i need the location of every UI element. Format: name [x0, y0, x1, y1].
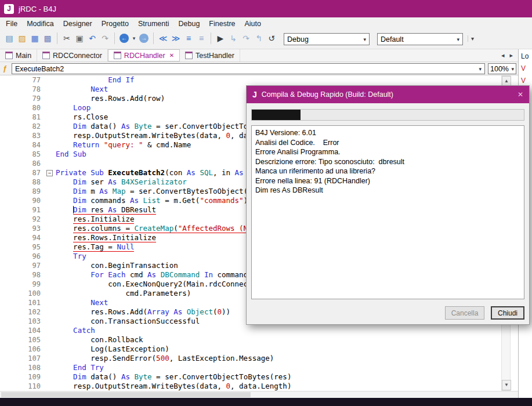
fold-minus-icon[interactable]: −: [46, 170, 53, 176]
code-line[interactable]: 105 con.Rollback: [0, 335, 518, 345]
status-strip: [0, 398, 532, 406]
open-icon[interactable]: ▨: [16, 32, 28, 44]
code-token: [200, 270, 204, 279]
chevron-down-icon[interactable]: ▾: [509, 66, 514, 72]
close-icon[interactable]: ✕: [517, 90, 523, 99]
code-line[interactable]: 108 End Try: [0, 363, 518, 372]
code-token: For Each: [91, 270, 130, 279]
nav-history-icon[interactable]: ▾: [131, 32, 137, 44]
line-number: 107: [0, 354, 45, 363]
output-line: Errore nella linea: 91 (RDCHandler): [255, 176, 520, 186]
redo-icon[interactable]: ↷: [99, 32, 111, 44]
toolbar-overflow-icon[interactable]: ▾: [468, 35, 474, 42]
code-token: resp.SendError(: [91, 354, 156, 362]
fold-spacer: [45, 150, 56, 159]
code-line[interactable]: 104 Catch: [0, 326, 518, 335]
code-line[interactable]: 109 Dim data() As Byte = ser.ConvertObje…: [0, 372, 518, 382]
fold-spacer: [45, 131, 56, 140]
nav-forward-icon[interactable]: →: [139, 34, 149, 43]
menu-item-strumenti[interactable]: Strumenti: [133, 18, 174, 30]
chevron-down-icon[interactable]: ▾: [361, 37, 366, 42]
build-type-combobox[interactable]: Debug ▾: [284, 33, 370, 45]
tab-rdchandler[interactable]: RDCHandler✕: [108, 49, 180, 61]
fold-spacer: [45, 261, 56, 270]
code-token: B4XSerializator: [121, 177, 187, 186]
window-titlebar[interactable]: J jRDC - B4J: [0, 0, 532, 17]
menu-item-file[interactable]: File: [1, 18, 22, 30]
menu-item-finestre[interactable]: Finestre: [204, 18, 240, 30]
undo-icon[interactable]: ↶: [86, 32, 98, 44]
run-icon[interactable]: ▶: [215, 32, 226, 44]
code-line[interactable]: 106 Log(LastException): [0, 345, 518, 354]
tab-scroll-right-icon[interactable]: ▸: [509, 52, 513, 59]
menu-item-designer[interactable]: Designer: [59, 18, 97, 30]
line-number: 88: [0, 177, 45, 187]
uncomment-icon[interactable]: ≡: [196, 32, 207, 44]
tab-rdcconnector[interactable]: RDCConnector: [37, 49, 108, 61]
code-token: , in: [213, 168, 235, 177]
code-token: cmd.Parameters): [125, 289, 191, 298]
code-text: End Try: [56, 363, 104, 372]
new-icon[interactable]: ▤: [3, 32, 15, 44]
code-text: End Sub: [56, 150, 86, 159]
save-icon[interactable]: ▦: [29, 32, 41, 44]
code-text: End If: [56, 75, 134, 85]
nav-back-icon[interactable]: ←: [120, 34, 129, 43]
fold-spacer: [45, 382, 56, 391]
line-number: 99: [0, 280, 45, 289]
output-line: Errore Analisi Programma.: [255, 147, 520, 157]
cancella-button[interactable]: Cancella: [445, 306, 484, 320]
tab-main[interactable]: Main: [0, 49, 37, 61]
code-token: cmd: [130, 270, 147, 279]
code-token: commands: [91, 196, 130, 205]
step-over-icon[interactable]: ↷: [240, 32, 252, 44]
menu-item-aiuto[interactable]: Aiuto: [240, 18, 266, 30]
chevron-down-icon[interactable]: ▾: [476, 66, 482, 72]
code-text: Next: [56, 85, 108, 94]
line-number: 84: [0, 140, 45, 150]
code-token: Dim: [73, 372, 91, 381]
step-out-icon[interactable]: ↰: [253, 32, 265, 44]
fold-spacer: [45, 242, 56, 252]
code-text: Log(LastException): [56, 345, 169, 354]
horizontal-scrollbar[interactable]: [0, 391, 518, 398]
code-text: res.Tag = Null: [56, 242, 134, 252]
chevron-down-icon[interactable]: ▾: [454, 37, 459, 42]
zoom-combobox[interactable]: 100% ▾: [488, 63, 516, 74]
code-line[interactable]: 107 resp.SendError(500, LastException.Me…: [0, 354, 518, 363]
comment-icon[interactable]: ≡: [183, 32, 194, 44]
fold-spacer: [45, 122, 56, 131]
cut-icon[interactable]: ✂: [61, 32, 73, 44]
tab-close-icon[interactable]: ✕: [169, 52, 174, 59]
logs-panel-header[interactable]: Lo: [519, 49, 532, 60]
code-line[interactable]: 77 End If: [0, 75, 518, 85]
member-combobox[interactable]: ExecuteBatch2 ▾: [12, 63, 485, 74]
hscroll-thumb[interactable]: [1, 392, 251, 397]
line-number: 103: [0, 317, 45, 326]
fold-spacer: [45, 345, 56, 354]
code-token: 0: [226, 382, 231, 390]
code-token: = ser.ConvertObjectToBytes(res): [152, 372, 292, 381]
outdent-icon[interactable]: ≪: [157, 32, 169, 44]
menu-item-progetto[interactable]: Progetto: [97, 18, 133, 30]
scroll-down-icon[interactable]: ▼: [502, 380, 511, 390]
chiudi-button[interactable]: Chiudi: [491, 306, 524, 320]
menu-item-debug[interactable]: Debug: [174, 18, 205, 30]
tab-scroll-left-icon[interactable]: ◂: [501, 52, 505, 59]
copy-icon[interactable]: ▣: [74, 32, 85, 44]
step-into-icon[interactable]: ↳: [227, 32, 239, 44]
dialog-titlebar[interactable]: J Compila & Debug Rapido (Build: Default…: [247, 86, 529, 103]
code-token: End If: [108, 75, 134, 84]
code-text: Dim ser As B4XSerializator: [56, 177, 187, 187]
code-token: = m.Get(: [161, 196, 200, 205]
build-config-combobox[interactable]: Default ▾: [377, 33, 463, 45]
fold-spacer: [45, 252, 56, 261]
menu-item-modifica[interactable]: Modifica: [22, 18, 59, 30]
save-all-icon[interactable]: ▩: [42, 32, 53, 44]
indent-icon[interactable]: ≫: [170, 32, 182, 44]
code-line[interactable]: 110 resp.OutputStream.WriteBytes(data, 0…: [0, 382, 518, 391]
restart-icon[interactable]: ↺: [266, 32, 277, 44]
fold-marker-icon[interactable]: −: [45, 168, 56, 177]
menu-bar: FileModificaDesignerProgettoStrumentiDeb…: [0, 17, 532, 30]
tab-testhandler[interactable]: TestHandler: [180, 49, 240, 61]
